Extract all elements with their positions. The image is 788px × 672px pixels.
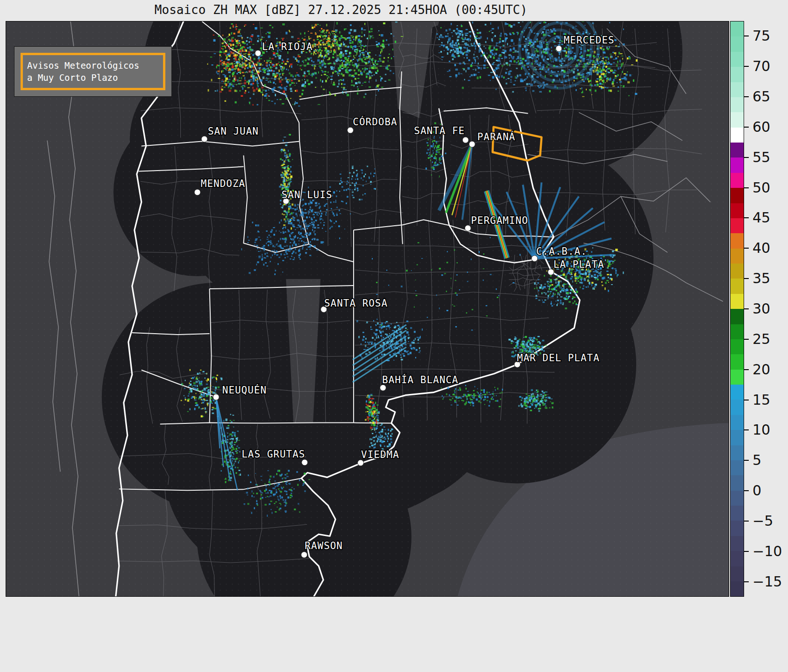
colorbar-tick [744,278,749,279]
colorbar-segment [731,218,744,233]
colorbar-segment [731,566,744,581]
colorbar-tick [744,187,749,188]
colorbar-scale [730,21,744,597]
colorbar-tick-label: 45 [753,211,788,225]
city-marker [380,385,386,391]
radar-map: LA RIOJAMERCEDESSAN JUANCÓRDOBASANTA FEP… [6,21,729,597]
colorbar-segment [731,36,744,51]
city-label: RAWSON [305,540,343,551]
warning-box: Avisos Meteorológicos a Muy Corto Plazo [14,46,172,97]
city-label: VIEDMA [361,449,399,460]
city-label: NEUQUÉN [222,384,267,396]
colorbar-tick-label: 0 [753,484,788,498]
colorbar-tick-label: 25 [753,332,788,346]
colorbar-segment [731,203,744,218]
colorbar-segment [731,354,744,369]
city-marker [302,459,308,465]
colorbar-segment [731,157,744,172]
city-marker [465,225,471,231]
colorbar-segment [731,173,744,188]
city-marker [213,394,219,400]
city-label: LA PLATA [554,259,604,270]
colorbar-tick [744,551,749,552]
colorbar-segment [731,475,744,490]
colorbar-segment [731,309,744,324]
footer: Servicio Meteorológico Nacional Argentin… [0,597,788,672]
colorbar-segment [731,506,744,521]
colorbar-tick-label: 5 [753,453,788,467]
colorbar-segment [731,521,744,536]
city-label: MERCEDES [564,35,615,46]
colorbar-segment [731,128,744,143]
colorbar-segment [731,52,744,67]
colorbar-segment [731,581,744,596]
colorbar-segment [731,82,744,97]
colorbar-tick-label: 10 [753,423,788,437]
city-label: BAHÍA BLANCA [382,374,458,386]
colorbar-tick-label: −10 [753,544,788,558]
colorbar-tick-label: 55 [753,150,788,164]
colorbar-segment [731,536,744,551]
colorbar: 757065605550454035302520151050−5−10−15 [730,21,788,597]
colorbar-tick [744,217,749,218]
colorbar-tick [744,127,749,128]
colorbar-tick [744,96,749,97]
city-label: MENDOZA [201,178,245,189]
colorbar-tick-label: 75 [753,29,788,43]
colorbar-segment [731,445,744,460]
city-label: PERGAMINO [471,215,528,226]
colorbar-tick-label: −5 [753,514,788,528]
colorbar-segment [731,415,744,430]
colorbar-tick-label: −15 [753,575,788,589]
city-label: PARANÁ [477,131,516,143]
colorbar-tick [744,429,749,430]
colorbar-tick-label: 65 [753,90,788,104]
colorbar-tick [744,36,749,36]
warning-box-line1: Avisos Meteorológicos [27,59,163,71]
colorbar-tick-label: 60 [753,120,788,134]
colorbar-segment [731,233,744,248]
colorbar-tick-label: 70 [753,59,788,73]
colorbar-tick [744,248,749,249]
city-marker [201,136,207,142]
colorbar-tick-label: 35 [753,272,788,286]
city-label: SANTA FE [414,125,465,136]
city-marker [301,552,307,558]
city-marker [556,45,562,51]
city-label: LAS GRUTAS [241,449,305,460]
colorbar-tick [744,308,749,309]
colorbar-segment [731,385,744,400]
city-marker [462,137,469,143]
colorbar-tick [744,339,749,340]
colorbar-segment [731,460,744,475]
colorbar-segment [731,370,744,385]
colorbar-segment [731,21,744,36]
warning-box-border: Avisos Meteorológicos a Muy Corto Plazo [21,53,165,90]
city-marker [194,189,200,195]
colorbar-tick [744,369,749,370]
colorbar-tick-label: 20 [753,363,788,377]
city-marker [348,127,354,133]
colorbar-segment [731,264,744,279]
colorbar-segment [731,249,744,264]
colorbar-segment [731,339,744,354]
colorbar-segment [731,400,744,415]
colorbar-segment [731,143,744,157]
colorbar-segment [731,67,744,82]
colorbar-tick [744,400,749,400]
colorbar-segment [731,430,744,445]
city-marker [358,460,364,466]
city-label: LA RIOJA [262,41,313,52]
colorbar-tick [744,490,749,491]
city-label: SAN LUIS [282,189,333,200]
colorbar-tick [744,66,749,67]
colorbar-tick-label: 50 [753,181,788,195]
colorbar-tick [744,460,749,461]
city-label: SAN JUAN [208,126,259,137]
colorbar-segment [731,188,744,203]
colorbar-tick-label: 15 [753,393,788,407]
city-label: SANTA ROSA [324,298,388,309]
colorbar-tick [744,521,749,522]
colorbar-tick-label: 30 [753,302,788,316]
city-marker [469,141,475,147]
